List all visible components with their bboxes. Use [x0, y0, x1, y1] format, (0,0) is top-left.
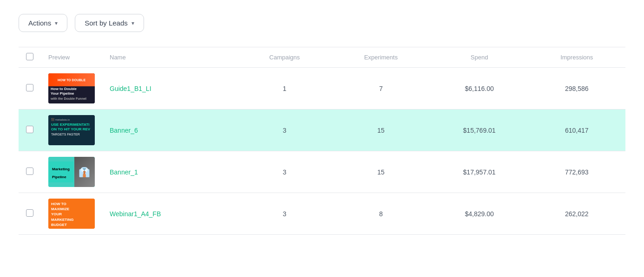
- thumbnail-image: HOW TO DOUBLE How to DoubleYour Pipeline…: [48, 73, 95, 103]
- row-checkbox[interactable]: [26, 84, 33, 91]
- table-row: MarketingPipeline 👔 Banner_1315$17,957.0…: [19, 151, 625, 193]
- toolbar: Actions ▾ Sort by Leads ▾: [19, 14, 625, 32]
- row-checkbox-cell: [19, 193, 41, 235]
- table-header-row: Preview Name Campaigns Experiments Spend…: [19, 47, 625, 68]
- row-preview: MarketingPipeline 👔: [41, 151, 102, 193]
- row-spend: $6,116.00: [431, 68, 528, 110]
- row-name: Guide1_B1_LI: [102, 68, 238, 110]
- row-name: Banner_6: [102, 110, 238, 151]
- row-experiments: 7: [331, 68, 431, 110]
- thumbnail-image: ⬛ metadata.io USE EXPERIMENTATION TO HIT…: [48, 115, 95, 145]
- row-name-link[interactable]: Webinar1_A4_FB: [110, 210, 161, 218]
- row-checkbox[interactable]: [26, 167, 33, 175]
- row-name: Webinar1_A4_FB: [102, 193, 238, 235]
- row-spend: $4,829.00: [431, 193, 528, 235]
- thumbnail-image: HOW TOMAXIMIZEYOURMARKETINGBUDGET: [48, 199, 95, 229]
- row-checkbox-cell: [19, 151, 41, 193]
- actions-label: Actions: [28, 19, 51, 27]
- row-preview: HOW TOMAXIMIZEYOURMARKETINGBUDGET: [41, 193, 102, 235]
- row-name-link[interactable]: Banner_6: [110, 127, 138, 134]
- row-name-link[interactable]: Guide1_B1_LI: [110, 85, 151, 92]
- row-campaigns: 3: [238, 110, 331, 151]
- row-experiments: 15: [331, 110, 431, 151]
- table-row: HOW TO DOUBLE How to DoubleYour Pipeline…: [19, 68, 625, 110]
- header-checkbox-cell: [19, 47, 41, 68]
- row-experiments: 8: [331, 193, 431, 235]
- actions-chevron-icon: ▾: [55, 20, 58, 26]
- row-experiments: 15: [331, 151, 431, 193]
- table-row: ⬛ metadata.io USE EXPERIMENTATION TO HIT…: [19, 110, 625, 151]
- row-checkbox-cell: [19, 110, 41, 151]
- row-impressions: 298,586: [528, 68, 625, 110]
- select-all-checkbox[interactable]: [26, 53, 33, 60]
- header-impressions: Impressions: [528, 47, 625, 68]
- header-spend: Spend: [431, 47, 528, 68]
- header-campaigns: Campaigns: [238, 47, 331, 68]
- header-experiments: Experiments: [331, 47, 431, 68]
- row-impressions: 262,022: [528, 193, 625, 235]
- sort-label: Sort by Leads: [85, 19, 128, 27]
- thumbnail-image: MarketingPipeline 👔: [48, 157, 95, 187]
- table-row: HOW TOMAXIMIZEYOURMARKETINGBUDGET Webina…: [19, 193, 625, 235]
- row-campaigns: 3: [238, 151, 331, 193]
- row-impressions: 772,693: [528, 151, 625, 193]
- row-campaigns: 1: [238, 68, 331, 110]
- row-preview: ⬛ metadata.io USE EXPERIMENTATION TO HIT…: [41, 110, 102, 151]
- row-preview: HOW TO DOUBLE How to DoubleYour Pipeline…: [41, 68, 102, 110]
- row-impressions: 610,417: [528, 110, 625, 151]
- row-name-link[interactable]: Banner_1: [110, 168, 138, 176]
- assets-table: Preview Name Campaigns Experiments Spend…: [19, 47, 625, 235]
- row-checkbox[interactable]: [26, 126, 33, 133]
- row-checkbox[interactable]: [26, 209, 33, 217]
- header-preview: Preview: [41, 47, 102, 68]
- header-name: Name: [102, 47, 238, 68]
- sort-chevron-icon: ▾: [131, 20, 134, 26]
- row-campaigns: 3: [238, 193, 331, 235]
- sort-dropdown[interactable]: Sort by Leads ▾: [75, 14, 144, 32]
- row-spend: $17,957.01: [431, 151, 528, 193]
- row-name: Banner_1: [102, 151, 238, 193]
- row-spend: $15,769.01: [431, 110, 528, 151]
- row-checkbox-cell: [19, 68, 41, 110]
- actions-dropdown[interactable]: Actions ▾: [19, 14, 67, 32]
